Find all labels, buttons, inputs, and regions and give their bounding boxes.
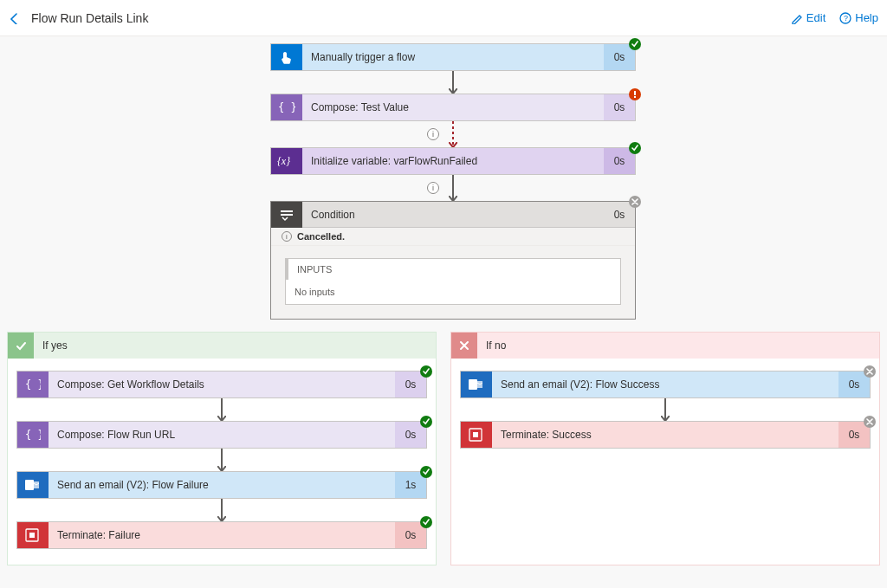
back-button[interactable] [9, 12, 21, 24]
action-label: Send an email (V2): Flow Success [492, 372, 838, 397]
compose-icon [17, 372, 49, 397]
edit-button[interactable]: Edit [791, 11, 825, 24]
arrow-connector [16, 499, 427, 521]
status-badge-success [629, 142, 641, 154]
help-label: Help [855, 11, 878, 24]
compose-icon [17, 422, 49, 448]
info-icon[interactable]: i [427, 128, 439, 140]
action-trigger[interactable]: Manually trigger a flow 0s [270, 43, 636, 71]
touch-icon [271, 44, 302, 70]
status-badge-cancelled [864, 365, 876, 378]
action-label: Manually trigger a flow [302, 44, 604, 70]
action-label: Send an email (V2): Flow Failure [49, 472, 395, 498]
action-label: Condition [302, 202, 604, 227]
terminate-icon [461, 422, 492, 448]
info-icon: i [282, 231, 292, 242]
action-init-variable[interactable]: Initialize variable: varFlowRunFailed 0s [270, 147, 636, 175]
action-condition[interactable]: Condition 0s i Cancelled. INPUTS No inpu… [270, 201, 636, 320]
condition-icon [271, 202, 302, 228]
action-send-email-fail[interactable]: Send an email (V2): Flow Failure1s [16, 471, 427, 499]
action-label: Compose: Test Value [302, 94, 604, 120]
flow-canvas[interactable]: Manually trigger a flow 0s Compose: Test… [0, 36, 887, 588]
variable-icon [271, 148, 302, 174]
condition-status-row: i Cancelled. [271, 228, 635, 246]
action-terminate-succ[interactable]: Terminate: Success0s [460, 421, 871, 449]
branch-if-yes: If yes Compose: Get Workflow Details0sCo… [7, 332, 437, 565]
action-label: Initialize variable: varFlowRunFailed [302, 148, 604, 174]
branch-if-no: If no Send an email (V2): Flow Success0s… [450, 332, 880, 565]
arrow-connector [270, 71, 636, 94]
condition-branches: If yes Compose: Get Workflow Details0sCo… [0, 332, 887, 565]
action-compose-url[interactable]: Compose: Flow Run URL0s [16, 421, 427, 449]
status-text: Cancelled. [297, 231, 345, 242]
arrow-connector [460, 398, 871, 421]
branch-no-header[interactable]: If no [451, 333, 879, 359]
arrow-connector-runafter: i [270, 121, 636, 147]
inputs-value: No inputs [286, 280, 620, 304]
outlook-icon [461, 372, 492, 397]
compose-icon [271, 94, 302, 120]
branch-title: If no [477, 339, 515, 352]
action-label: Compose: Get Workflow Details [49, 372, 395, 397]
status-badge-success [420, 516, 432, 528]
arrow-connector: i [270, 175, 636, 201]
arrow-connector [16, 449, 427, 471]
action-label: Compose: Flow Run URL [49, 422, 395, 448]
action-terminate-fail[interactable]: Terminate: Failure0s [16, 521, 427, 549]
check-icon [8, 333, 34, 359]
status-badge-success [420, 466, 432, 478]
edit-label: Edit [806, 11, 825, 24]
status-badge-success [629, 38, 641, 50]
page-title: Flow Run Details Link [31, 11, 148, 25]
status-badge-success [420, 416, 432, 428]
action-label: Terminate: Failure [49, 522, 395, 548]
action-send-email-succ[interactable]: Send an email (V2): Flow Success0s [460, 371, 871, 398]
inputs-panel: INPUTS No inputs [285, 258, 621, 305]
status-badge-success [420, 365, 432, 378]
branch-title: If yes [34, 339, 76, 352]
action-label: Terminate: Success [492, 422, 838, 448]
x-icon [451, 333, 477, 359]
status-badge-cancelled [864, 416, 876, 428]
help-button[interactable]: Help [839, 11, 878, 24]
outlook-icon [17, 472, 49, 498]
action-compose-workflow[interactable]: Compose: Get Workflow Details0s [16, 371, 427, 398]
branch-yes-header[interactable]: If yes [8, 333, 436, 359]
arrow-connector [16, 398, 427, 421]
status-badge-cancelled [629, 196, 641, 208]
page-header: Flow Run Details Link Edit Help [0, 0, 887, 36]
status-badge-failed [629, 88, 641, 100]
action-compose-test[interactable]: Compose: Test Value 0s [270, 94, 636, 121]
terminate-icon [17, 522, 49, 548]
inputs-label: INPUTS [286, 259, 620, 280]
info-icon[interactable]: i [427, 182, 439, 194]
